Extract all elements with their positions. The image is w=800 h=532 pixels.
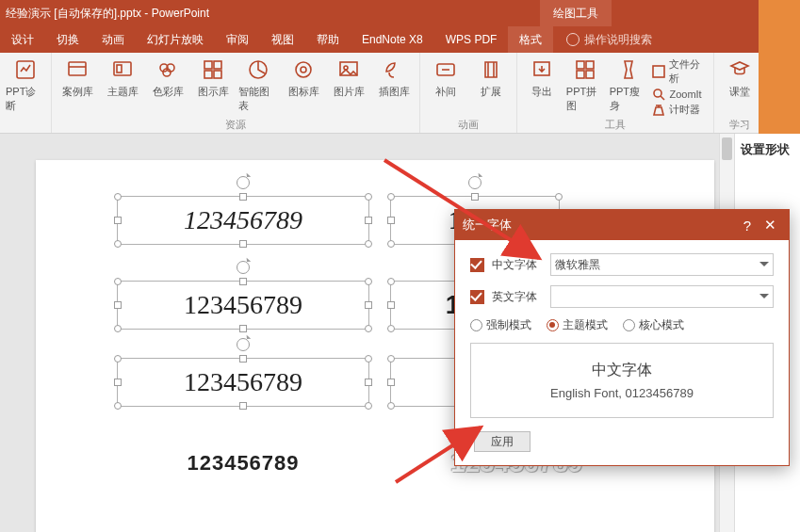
group-learn-label: 学习 [720, 118, 759, 131]
svg-point-13 [301, 67, 306, 73]
svg-rect-8 [214, 61, 221, 69]
zoomit-button[interactable]: ZoomIt [652, 88, 708, 101]
dialog-title: 统一字体 [463, 217, 512, 234]
svg-rect-20 [577, 71, 584, 78]
help-icon[interactable]: ? [736, 218, 759, 234]
tab-design[interactable]: 设计 [0, 26, 45, 53]
tab-endnote[interactable]: EndNote X8 [351, 26, 434, 53]
chart-library-button[interactable]: 图标库 [284, 56, 323, 118]
mode-force-radio[interactable]: 强制模式 [470, 317, 531, 333]
svg-rect-10 [214, 71, 221, 78]
cn-font-checkbox[interactable] [470, 258, 484, 272]
cn-font-select[interactable]: 微软雅黑 [550, 253, 774, 276]
ppt-slim-button[interactable]: PPT瘦身 [610, 56, 647, 118]
rotate-handle-icon[interactable] [237, 261, 250, 274]
scrollbar-thumb[interactable] [722, 137, 732, 160]
svg-rect-19 [586, 61, 594, 69]
tab-animation[interactable]: 动画 [90, 26, 136, 53]
svg-rect-18 [577, 61, 584, 69]
export-button[interactable]: 导出 [523, 56, 561, 118]
preview-en-text: English Font, 0123456789 [479, 386, 765, 400]
plugin-library-button[interactable]: 插图库 [374, 56, 414, 118]
textbox[interactable]: 123456789 [117, 439, 369, 488]
svg-rect-1 [69, 62, 86, 75]
svg-rect-22 [653, 66, 664, 77]
rotate-handle-icon[interactable] [237, 176, 250, 189]
shape-library-button[interactable]: 图示库 [193, 56, 233, 118]
en-font-select[interactable] [550, 285, 774, 308]
theme-library-button[interactable]: 主题库 [103, 56, 142, 118]
textbox[interactable]: 123456789 [117, 281, 369, 330]
ppt-diagnose-button[interactable]: PPT诊断 [6, 56, 45, 118]
svg-rect-21 [586, 71, 594, 78]
preview-cn-text: 中文字体 [479, 361, 765, 380]
file-analyze-button[interactable]: 文件分析 [652, 57, 708, 86]
format-pane-title: 设置形状 [741, 141, 794, 158]
case-library-button[interactable]: 案例库 [57, 56, 97, 118]
textbox[interactable]: 123456789 [117, 358, 369, 407]
tab-wpspdf[interactable]: WPS PDF [434, 26, 509, 53]
contextual-tab-label: 绘图工具 [540, 0, 612, 26]
tab-slideshow[interactable]: 幻灯片放映 [136, 26, 215, 53]
apply-button[interactable]: 应用 [474, 431, 531, 452]
tab-format[interactable]: 格式 [508, 26, 553, 53]
en-font-checkbox[interactable] [470, 290, 484, 304]
svg-rect-7 [204, 61, 212, 69]
svg-rect-9 [204, 71, 212, 78]
chevron-down-icon [759, 262, 769, 271]
tab-review[interactable]: 审阅 [215, 26, 260, 53]
ribbon-tabs: 设计 切换 动画 幻灯片放映 审阅 视图 帮助 EndNote X8 WPS P… [0, 26, 800, 53]
group-tools-label: 工具 [523, 118, 708, 131]
window-titlebar: 经验演示 [自动保存的].pptx - PowerPoint 绘图工具 登录 [0, 0, 800, 26]
tell-me-label: 操作说明搜索 [584, 32, 652, 48]
ribbon: PPT诊断 案例库 主题库 色彩库 图示库 智能图表 图标库 图片库 插图库 资… [0, 53, 800, 134]
color-library-button[interactable]: 色彩库 [148, 56, 188, 118]
en-font-label: 英文字体 [492, 289, 543, 305]
dialog-titlebar[interactable]: 统一字体 ? ✕ [455, 210, 789, 240]
tell-me-search[interactable]: 操作说明搜索 [566, 32, 652, 48]
smart-chart-button[interactable]: 智能图表 [238, 56, 278, 118]
font-preview-box: 中文字体 English Font, 0123456789 [470, 343, 774, 418]
chevron-down-icon [759, 294, 769, 303]
rotate-handle-icon[interactable] [468, 176, 482, 189]
tab-view[interactable]: 视图 [260, 26, 305, 53]
unify-font-dialog: 统一字体 ? ✕ 中文字体 微软雅黑 英文字体 强制模式 主题模式 核心模式 中… [454, 209, 790, 466]
classroom-button[interactable]: 课堂 [720, 56, 759, 118]
group-animation-label: 动画 [426, 118, 511, 131]
extend-button[interactable]: 扩展 [471, 56, 511, 118]
svg-rect-3 [117, 65, 122, 73]
tab-help[interactable]: 帮助 [305, 26, 351, 53]
cn-font-label: 中文字体 [492, 257, 543, 273]
svg-point-12 [296, 62, 311, 77]
group-resource-label: 资源 [57, 118, 414, 131]
tween-button[interactable]: 补间 [426, 56, 465, 118]
textbox[interactable]: 123456789 [117, 196, 369, 245]
document-title: 经验演示 [自动保存的].pptx - PowerPoint [0, 6, 209, 22]
mode-theme-radio[interactable]: 主题模式 [547, 317, 608, 333]
mode-core-radio[interactable]: 核心模式 [623, 317, 684, 333]
ppt-jigsaw-button[interactable]: PPT拼图 [566, 56, 604, 118]
timer-button[interactable]: 计时器 [652, 103, 708, 117]
tab-transition[interactable]: 切换 [45, 26, 90, 53]
lightbulb-icon [566, 33, 580, 46]
svg-point-23 [654, 89, 661, 97]
rotate-handle-icon[interactable] [237, 338, 250, 351]
close-icon[interactable]: ✕ [759, 217, 781, 234]
picture-library-button[interactable]: 图片库 [329, 56, 368, 118]
